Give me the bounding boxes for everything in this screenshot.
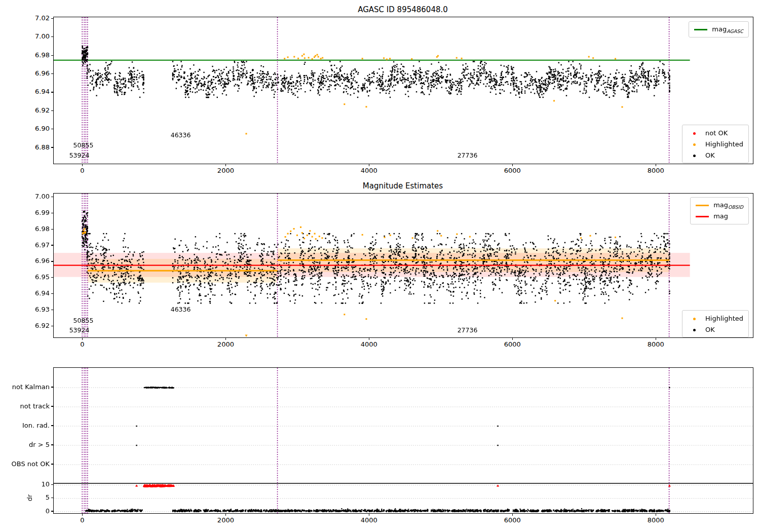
orange-dot-swatch	[688, 315, 701, 322]
y-tick-mark	[51, 73, 53, 74]
category-tick-mark	[51, 406, 53, 406]
x-tick-label: 8000	[635, 167, 676, 174]
annotation-obsid: 50855	[73, 317, 94, 324]
x-tick-label: 0	[62, 340, 103, 348]
y-tick-mark	[51, 213, 53, 213]
x-tick-label: 4000	[349, 516, 389, 524]
y-tick-mark	[51, 277, 53, 278]
legend-entry-highlighted: Highlighted	[688, 313, 743, 324]
dr-tick-label: 5	[0, 493, 50, 501]
x-tick-label: 2000	[205, 167, 246, 174]
y-tick-mark	[51, 326, 53, 326]
annotation-obsid: 27736	[458, 151, 478, 159]
y-tick-label: 6.96	[14, 257, 50, 264]
category-tick-mark	[51, 387, 53, 387]
x-tick-mark	[225, 338, 226, 340]
legend-entry-mag-agasc: magAGASC	[694, 24, 743, 35]
y-tick-label: 7.00	[14, 193, 50, 200]
y-tick-mark	[51, 36, 53, 37]
annotation-obsid: 46336	[171, 131, 191, 139]
y-tick-mark	[51, 245, 53, 245]
x-tick-label: 6000	[492, 340, 533, 348]
y-tick-mark	[51, 147, 53, 147]
dr-tick-label: 0	[0, 507, 50, 515]
legend-label: not OK	[705, 129, 728, 137]
legend-entry-ok: OK	[688, 324, 743, 335]
middle-plot-canvas	[54, 194, 753, 337]
legend-entry-highlighted: Highlighted	[688, 138, 743, 149]
x-tick-mark	[225, 164, 226, 166]
y-tick-mark	[51, 229, 53, 230]
y-tick-label: 6.98	[14, 225, 50, 233]
x-tick-mark	[82, 164, 83, 166]
legend-entry-mag-obsid: magOBSID	[696, 200, 743, 211]
red-line-swatch	[696, 216, 709, 217]
category-tick-mark	[51, 425, 53, 426]
middle-plot-area	[53, 193, 753, 338]
y-tick-label: 6.88	[14, 143, 50, 151]
category-label-dr-5: dr > 5	[0, 441, 50, 448]
category-label-ion-rad-: Ion. rad.	[0, 422, 50, 429]
legend-label: OK	[705, 151, 715, 159]
x-tick-mark	[512, 338, 513, 340]
y-tick-label: 6.97	[14, 241, 50, 249]
x-tick-label: 2000	[205, 516, 246, 524]
y-tick-label: 6.92	[14, 106, 50, 114]
y-tick-mark	[51, 197, 53, 197]
y-tick-mark	[51, 18, 53, 19]
x-tick-label: 0	[62, 167, 103, 174]
annotation-obsid: 27736	[458, 326, 478, 334]
y-tick-label: 6.93	[14, 306, 50, 313]
y-tick-mark	[51, 261, 53, 261]
x-tick-mark	[512, 514, 513, 516]
legend-entry-ok: OK	[688, 149, 743, 161]
category-tick-mark	[51, 444, 53, 445]
legend-label: Highlighted	[705, 140, 743, 148]
x-tick-mark	[656, 164, 656, 166]
legend-entry-mag: mag	[696, 211, 743, 222]
x-tick-mark	[225, 514, 226, 516]
category-label-obs-not-ok: OBS not OK	[0, 460, 50, 468]
annotation-obsid: 53924	[69, 151, 90, 159]
legend-mag-lines: magOBSID mag	[690, 197, 749, 224]
legend-label: magOBSID	[713, 201, 743, 210]
red-dot-swatch	[688, 129, 701, 137]
x-tick-label: 0	[62, 516, 103, 524]
y-tick-mark	[51, 55, 53, 56]
y-tick-label: 7.02	[14, 14, 50, 22]
x-tick-label: 4000	[349, 167, 389, 174]
y-tick-mark	[51, 110, 53, 111]
x-tick-label: 6000	[492, 516, 533, 524]
x-tick-label: 2000	[205, 340, 246, 348]
black-dot-swatch	[688, 326, 701, 333]
category-label-not-kalman: not Kalman	[0, 383, 50, 391]
legend-middle-points: Highlighted OK	[682, 310, 749, 337]
x-tick-label: 8000	[635, 516, 676, 524]
x-tick-mark	[82, 514, 83, 516]
y-tick-label: 6.99	[14, 209, 50, 216]
dr-axis-label: dr	[26, 494, 33, 501]
x-tick-label: 4000	[349, 340, 389, 348]
y-tick-label: 6.98	[14, 51, 50, 59]
black-dot-swatch	[688, 151, 701, 159]
bottom-plot-canvas	[54, 368, 753, 513]
legend-mag-agasc: magAGASC	[689, 21, 749, 37]
x-tick-mark	[369, 514, 369, 516]
x-tick-mark	[369, 338, 369, 340]
y-tick-mark	[51, 293, 53, 294]
legend-label: magAGASC	[712, 25, 743, 34]
middle-chart-title: Magnitude Estimates	[53, 181, 752, 191]
legend-entry-not-ok: not OK	[688, 127, 743, 138]
x-tick-label: 6000	[492, 167, 533, 174]
y-tick-label: 6.90	[14, 125, 50, 132]
y-tick-label: 6.95	[14, 273, 50, 281]
figure: AGASC ID 895486048.0 Magnitude Estimates…	[0, 0, 760, 532]
dr-tick-mark	[51, 498, 53, 498]
top-plot-area	[53, 17, 753, 164]
y-tick-label: 6.94	[14, 289, 50, 297]
legend-label: OK	[705, 326, 715, 333]
x-tick-mark	[656, 514, 656, 516]
y-tick-mark	[51, 92, 53, 92]
green-line-swatch	[694, 29, 707, 30]
category-tick-mark	[51, 464, 53, 464]
